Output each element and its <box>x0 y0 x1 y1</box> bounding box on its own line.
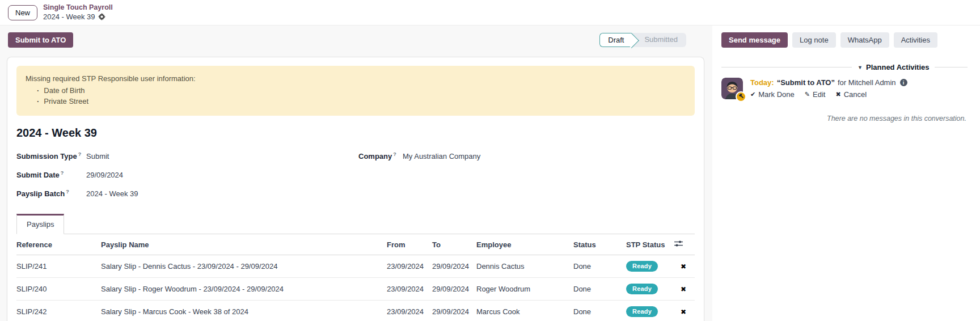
cell-to[interactable]: 29/09/2024 <box>430 301 474 321</box>
delete-row-icon[interactable]: ✖ <box>681 308 686 316</box>
divider <box>935 67 968 67</box>
activity-assignee: for Mitchell Admin <box>838 78 896 87</box>
stp-status-badge: Ready <box>626 284 658 294</box>
cell-status[interactable]: Done <box>571 301 624 321</box>
table-row[interactable]: SLIP/242 Salary Slip - Marcus Cook - Wee… <box>16 301 695 321</box>
planned-activities-toggle[interactable]: ▼ Planned Activities <box>721 63 968 71</box>
breadcrumb-app-link[interactable]: Single Touch Payroll <box>43 3 113 12</box>
cell-status[interactable]: Done <box>571 278 624 301</box>
help-marker: ? <box>66 189 69 195</box>
bullet-icon: · <box>37 85 39 96</box>
col-header-to: To <box>430 234 474 255</box>
empty-conversation-message: There are no messages in this conversati… <box>721 115 968 123</box>
form-pane: Submit to ATO Draft Submitted Missing re… <box>0 26 712 321</box>
breadcrumb: Single Touch Payroll 2024 - Week 39 <box>43 3 113 22</box>
delete-row-icon[interactable]: ✖ <box>681 263 686 271</box>
col-header-from: From <box>385 234 430 255</box>
col-header-payslip-name: Payslip Name <box>99 234 385 255</box>
stp-status-badge: Ready <box>626 306 658 317</box>
cancel-icon: ✖ <box>835 91 840 98</box>
whatsapp-button[interactable]: WhatsApp <box>840 32 889 48</box>
activity-summary: “Submit to ATO” <box>777 78 835 87</box>
mark-done-button[interactable]: ✔ Mark Done <box>750 90 795 99</box>
field-submit-date: Submit Date? 29/09/2024 <box>16 170 356 179</box>
tab-payslips[interactable]: Payslips <box>16 214 64 234</box>
stp-status-badge: Ready <box>626 261 658 272</box>
submission-type-value[interactable]: Submit <box>86 152 109 160</box>
cell-from[interactable]: 23/09/2024 <box>385 278 430 301</box>
help-marker: ? <box>61 170 64 176</box>
statusbar-step-submitted[interactable]: Submitted <box>632 33 686 47</box>
planned-activities-title: Planned Activities <box>866 63 930 71</box>
bullet-icon: · <box>37 96 39 107</box>
field-company: Company? My Australian Company <box>358 151 695 160</box>
send-message-button[interactable]: Send message <box>721 32 788 48</box>
gavel-icon <box>738 94 744 100</box>
statusbar: Draft Submitted <box>599 33 686 47</box>
warning-alert: Missing required STP Responsible user in… <box>16 66 695 116</box>
cell-reference[interactable]: SLIP/240 <box>16 278 99 301</box>
field-payslip-batch: Payslip Batch? 2024 - Week 39 <box>16 189 356 198</box>
statusbar-step-draft[interactable]: Draft <box>599 33 632 47</box>
activity-item: Today: “Submit to ATO” for Mitchell Admi… <box>721 78 968 99</box>
cell-employee[interactable]: Dennis Cactus <box>474 255 571 278</box>
edit-activity-button[interactable]: ✎ Edit <box>805 90 826 99</box>
cell-employee[interactable]: Roger Woodrum <box>474 278 571 301</box>
col-header-stp-status: STP Status <box>624 234 672 255</box>
col-header-employee: Employee <box>474 234 571 255</box>
info-icon[interactable]: i <box>900 79 907 86</box>
field-grid: Submission Type? Submit Submit Date? 29/… <box>16 151 695 208</box>
warning-title: Missing required STP Responsible user in… <box>26 73 686 85</box>
breadcrumb-bar: New Single Touch Payroll 2024 - Week 39 <box>0 0 980 26</box>
breadcrumb-record-name: 2024 - Week 39 <box>43 12 95 22</box>
table-header-row: Reference Payslip Name From To Employee … <box>16 234 695 255</box>
delete-row-icon[interactable]: ✖ <box>681 285 686 293</box>
action-bar: Submit to ATO Draft Submitted <box>0 26 712 57</box>
page-title: 2024 - Week 39 <box>16 126 695 140</box>
payslips-table: Reference Payslip Name From To Employee … <box>16 234 695 321</box>
cell-payslip-name[interactable]: Salary Slip - Dennis Cactus - 23/09/2024… <box>99 255 385 278</box>
gear-icon[interactable] <box>98 13 105 20</box>
warning-item: · Private Street <box>37 96 686 107</box>
submit-date-value[interactable]: 29/09/2024 <box>86 171 123 179</box>
cell-to[interactable]: 29/09/2024 <box>430 278 474 301</box>
help-marker: ? <box>78 151 82 157</box>
log-note-button[interactable]: Log note <box>792 32 836 48</box>
submit-to-ato-button[interactable]: Submit to ATO <box>8 32 73 48</box>
cell-payslip-name[interactable]: Salary Slip - Roger Woodrum - 23/09/2024… <box>99 278 385 301</box>
chevron-down-icon: ▼ <box>858 65 863 70</box>
help-marker: ? <box>393 151 396 157</box>
divider <box>721 67 852 67</box>
payslip-batch-value[interactable]: 2024 - Week 39 <box>86 189 138 198</box>
cell-to[interactable]: 29/09/2024 <box>430 255 474 278</box>
activity-type-badge <box>736 91 746 102</box>
chatter-panel: Send message Log note WhatsApp Activitie… <box>712 26 980 321</box>
optional-columns-icon[interactable] <box>674 240 683 249</box>
table-row[interactable]: SLIP/241 Salary Slip - Dennis Cactus - 2… <box>16 255 695 278</box>
field-submission-type: Submission Type? Submit <box>16 151 356 160</box>
cell-from[interactable]: 23/09/2024 <box>385 255 430 278</box>
activity-due-label: Today: <box>750 78 774 87</box>
cancel-activity-button[interactable]: ✖ Cancel <box>835 90 867 99</box>
cell-reference[interactable]: SLIP/241 <box>16 255 99 278</box>
form-sheet: Missing required STP Responsible user in… <box>7 57 704 321</box>
cell-employee[interactable]: Marcus Cook <box>474 301 571 321</box>
cell-reference[interactable]: SLIP/242 <box>16 301 99 321</box>
table-row[interactable]: SLIP/240 Salary Slip - Roger Woodrum - 2… <box>16 278 695 301</box>
cell-status[interactable]: Done <box>571 255 624 278</box>
company-value[interactable]: My Australian Company <box>403 152 480 160</box>
col-header-reference: Reference <box>16 234 99 255</box>
tab-strip: Payslips <box>16 214 695 234</box>
warning-item: · Date of Birth <box>37 85 686 96</box>
col-header-status: Status <box>571 234 624 255</box>
cell-from[interactable]: 23/09/2024 <box>385 301 430 321</box>
new-button[interactable]: New <box>8 5 37 20</box>
check-icon: ✔ <box>750 91 755 98</box>
pencil-icon: ✎ <box>805 91 810 98</box>
cell-payslip-name[interactable]: Salary Slip - Marcus Cook - Week 38 of 2… <box>99 301 385 321</box>
activities-button[interactable]: Activities <box>894 32 937 48</box>
